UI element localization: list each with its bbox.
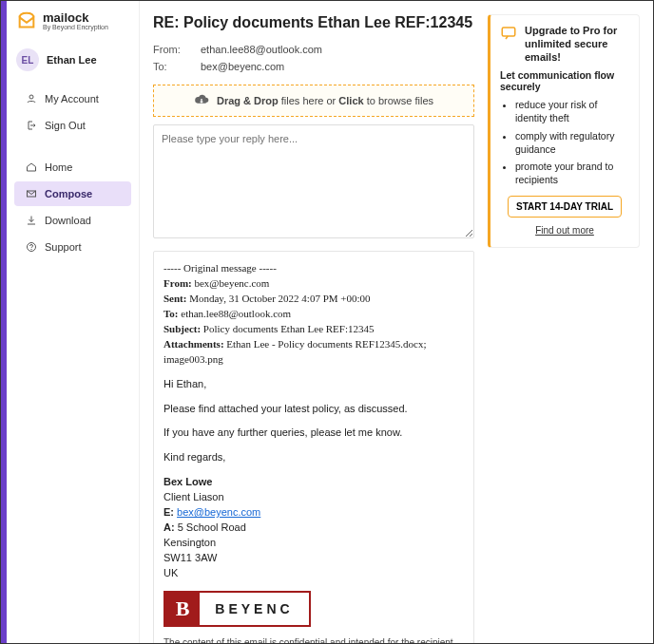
meta-from: From: ethan.lee88@outlook.com	[153, 41, 474, 58]
nav-label: Support	[45, 241, 82, 253]
thread-body: Please find attached your latest policy,…	[164, 402, 464, 417]
avatar: EL	[16, 48, 39, 71]
chat-icon	[500, 25, 517, 42]
mail-icon	[26, 188, 37, 199]
promo-title: Upgrade to Pro for unlimited secure emai…	[525, 25, 629, 64]
sidebar: mailock By Beyond Encryption EL Ethan Le…	[7, 1, 140, 643]
to-value: bex@beyenc.com	[201, 61, 284, 72]
nav-home[interactable]: Home	[14, 155, 131, 180]
page-title: RE: Policy documents Ethan Lee REF:12345	[153, 14, 474, 31]
brand-tagline: By Beyond Encryption	[43, 24, 108, 30]
from-value: ethan.lee88@outlook.com	[201, 44, 322, 55]
svg-point-3	[31, 249, 32, 250]
nav-support[interactable]: Support	[14, 235, 131, 259]
nav-download[interactable]: Download	[14, 208, 131, 233]
nav-label: Sign Out	[45, 120, 86, 131]
promo-subtitle: Let communication flow securely	[500, 69, 629, 92]
nav-label: Compose	[45, 188, 92, 199]
user-icon	[26, 93, 37, 104]
thread-greeting: Hi Ethan,	[164, 377, 464, 392]
nav-label: Home	[45, 161, 72, 173]
home-icon	[26, 161, 37, 173]
svg-rect-4	[502, 28, 515, 36]
mailock-icon	[16, 10, 37, 31]
nav-my-account[interactable]: My Account	[14, 86, 131, 111]
to-label: To:	[153, 61, 201, 72]
nav-sign-out[interactable]: Sign Out	[14, 113, 131, 138]
sig-email-link[interactable]: bex@beyenc.com	[177, 506, 260, 518]
user-name: Ethan Lee	[47, 54, 97, 66]
attachment-dropzone[interactable]: Drag & Drop files here or Click to brows…	[153, 85, 474, 117]
main: RE: Policy documents Ethan Lee REF:12345…	[140, 1, 653, 643]
user-block[interactable]: EL Ethan Lee	[7, 43, 139, 85]
original-message: ----- Original message ----- From: bex@b…	[153, 251, 474, 643]
thread-body: If you have any further queries, please …	[164, 426, 464, 441]
download-icon	[26, 215, 37, 226]
nav-label: Download	[45, 215, 91, 226]
signature: Bex Lowe Client Liason E: bex@beyenc.com…	[164, 475, 464, 581]
brand-name: mailock	[43, 11, 108, 24]
from-label: From:	[153, 44, 201, 55]
confidentiality-disclaimer: The content of this email is confidentia…	[164, 636, 464, 643]
start-trial-button[interactable]: START 14-DAY TRIAL	[508, 196, 622, 218]
promo-bullet: comply with regulatory guidance	[515, 129, 629, 156]
upgrade-promo: Upgrade to Pro for unlimited secure emai…	[488, 14, 640, 248]
reply-textarea[interactable]	[153, 124, 474, 238]
promo-bullet: reduce your risk of identity theft	[515, 98, 629, 124]
support-icon	[26, 241, 37, 253]
cloud-upload-icon	[194, 93, 209, 108]
beyenc-logo: B BEYENC	[164, 591, 311, 627]
meta-to: To: bex@beyenc.com	[153, 58, 474, 75]
sign-out-icon	[26, 120, 37, 131]
find-out-more-link[interactable]: Find out more	[500, 225, 629, 236]
dropzone-text: Drag & Drop files here or Click to brows…	[217, 95, 433, 106]
svg-point-0	[29, 95, 33, 99]
nav-compose[interactable]: Compose	[14, 181, 131, 206]
promo-bullet: promote your brand to recipients	[515, 160, 629, 186]
nav-label: My Account	[45, 93, 99, 104]
thread-closing: Kind regards,	[164, 450, 464, 465]
brand-logo: mailock By Beyond Encryption	[7, 10, 139, 43]
